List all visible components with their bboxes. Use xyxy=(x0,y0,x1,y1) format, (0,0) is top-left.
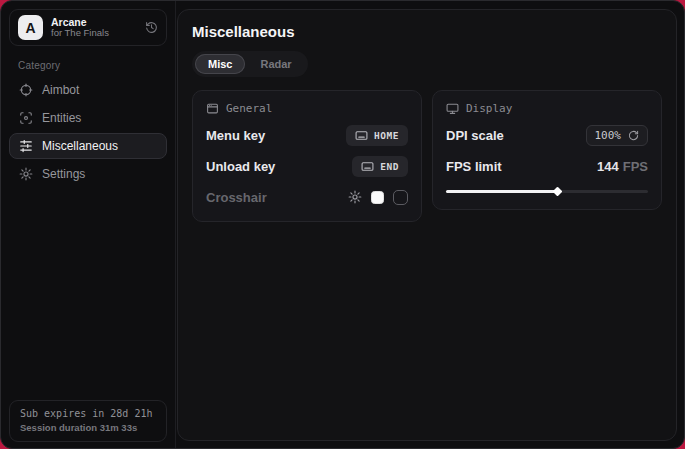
sidebar-item-label: Entities xyxy=(42,111,81,125)
menu-key-bind-button[interactable]: HOME xyxy=(346,125,408,146)
unload-key-value: END xyxy=(380,161,399,172)
sidebar-nav: Aimbot Entities Miscellaneous Settings xyxy=(1,77,175,187)
menu-key-row: Menu key HOME xyxy=(206,124,408,146)
crosshair-label: Crosshair xyxy=(206,190,267,205)
fps-limit-value-wrap: 144FPS xyxy=(597,159,648,174)
crosshair-enabled-checkbox[interactable] xyxy=(393,190,408,205)
sidebar-item-label: Settings xyxy=(42,167,85,181)
sidebar-item-aimbot[interactable]: Aimbot xyxy=(9,77,167,103)
slider-thumb[interactable] xyxy=(553,187,563,197)
unload-key-bind-button[interactable]: END xyxy=(352,156,408,177)
tab-radar[interactable]: Radar xyxy=(247,54,304,74)
unload-key-row: Unload key END xyxy=(206,155,408,177)
history-icon[interactable] xyxy=(145,21,158,34)
fps-limit-row: FPS limit 144FPS xyxy=(446,155,648,177)
dpi-scale-selector[interactable]: 100% xyxy=(586,125,649,146)
subscription-info-box: Sub expires in 28d 21h Session duration … xyxy=(9,400,167,442)
general-panel: General Menu key HOME Unload key xyxy=(192,90,422,222)
unload-key-label: Unload key xyxy=(206,159,275,174)
app-window: A Arcane for The Finals Category Aimbot xyxy=(0,0,685,449)
sub-expiry-text: Sub expires in 28d 21h xyxy=(20,408,156,419)
crosshair-settings-gear-icon[interactable] xyxy=(348,190,362,204)
sidebar-item-label: Miscellaneous xyxy=(42,139,118,153)
panels-row: General Menu key HOME Unload key xyxy=(192,90,662,222)
gear-icon xyxy=(19,167,33,181)
general-panel-header: General xyxy=(206,102,408,115)
tab-misc[interactable]: Misc xyxy=(195,54,245,74)
fps-limit-unit: FPS xyxy=(623,159,648,174)
crosshair-controls xyxy=(348,190,408,205)
display-panel-header: Display xyxy=(446,102,648,115)
display-panel-title: Display xyxy=(466,102,512,115)
menu-key-value: HOME xyxy=(374,130,399,141)
menu-key-label: Menu key xyxy=(206,128,265,143)
crosshair-icon xyxy=(19,83,33,97)
keyboard-icon xyxy=(361,160,374,173)
fps-limit-label: FPS limit xyxy=(446,159,502,174)
scan-icon xyxy=(19,111,33,125)
sidebar-header: A Arcane for The Finals xyxy=(9,9,167,46)
page-title: Miscellaneous xyxy=(192,23,662,40)
cycle-icon xyxy=(628,130,639,141)
sidebar-item-settings[interactable]: Settings xyxy=(9,161,167,187)
sidebar-item-entities[interactable]: Entities xyxy=(9,105,167,131)
app-title-block: Arcane for The Finals xyxy=(51,16,137,39)
keyboard-icon xyxy=(355,129,368,142)
sidebar-item-label: Aimbot xyxy=(42,83,79,97)
dpi-scale-row: DPI scale 100% xyxy=(446,124,648,146)
display-panel: Display DPI scale 100% FPS limit 144FPS xyxy=(432,90,662,210)
slider-fill xyxy=(446,190,557,193)
sidebar: A Arcane for The Finals Category Aimbot xyxy=(1,1,176,448)
tab-bar: Misc Radar xyxy=(192,51,308,77)
app-subtitle: for The Finals xyxy=(51,28,137,39)
app-window-icon xyxy=(206,102,219,115)
app-logo: A xyxy=(18,15,43,40)
category-label: Category xyxy=(18,60,175,71)
crosshair-color-swatch[interactable] xyxy=(371,191,384,204)
session-duration-text: Session duration 31m 33s xyxy=(20,422,156,433)
dpi-scale-label: DPI scale xyxy=(446,128,504,143)
sidebar-item-miscellaneous[interactable]: Miscellaneous xyxy=(9,133,167,159)
main-content: Miscellaneous Misc Radar General Menu ke… xyxy=(177,9,677,441)
monitor-icon xyxy=(446,102,459,115)
dpi-scale-value: 100% xyxy=(595,129,622,142)
general-panel-title: General xyxy=(226,102,272,115)
fps-limit-slider[interactable] xyxy=(446,187,648,196)
crosshair-row: Crosshair xyxy=(206,186,408,208)
sliders-icon xyxy=(19,139,33,153)
fps-limit-value: 144 xyxy=(597,159,619,174)
